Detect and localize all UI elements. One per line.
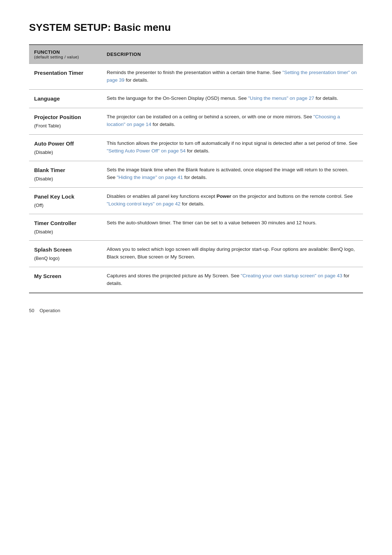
- description-cell: Allows you to select which logo screen w…: [102, 241, 363, 267]
- description-cell: This function allows the projector to tu…: [102, 135, 363, 161]
- function-name: Presentation Timer: [34, 69, 97, 77]
- description-cell: Disables or enables all panel key functi…: [102, 188, 363, 214]
- description-link[interactable]: "Hiding the image" on page 41: [117, 175, 183, 180]
- description-link[interactable]: "Setting the presentation timer" on page…: [107, 70, 357, 83]
- function-name: Splash Screen: [34, 246, 97, 254]
- function-label: FUNCTION: [34, 49, 97, 55]
- function-default: (Off): [34, 202, 97, 209]
- table-row: Panel Key Lock(Off)Disables or enables a…: [29, 188, 363, 214]
- function-default: (Front Table): [34, 122, 97, 130]
- description-column-header: DESCRIPTION: [102, 45, 363, 64]
- function-name: My Screen: [34, 272, 97, 281]
- function-default: (BenQ logo): [34, 255, 97, 262]
- description-link[interactable]: "Using the menus" on page 27: [248, 95, 314, 101]
- description-link[interactable]: "Setting Auto Power Off" on page 54: [107, 148, 185, 154]
- function-cell: My Screen: [29, 267, 102, 293]
- function-cell: Auto Power Off(Disable): [29, 135, 102, 161]
- function-cell: Presentation Timer: [29, 64, 102, 90]
- description-link[interactable]: "Choosing a location" on page 14: [107, 114, 340, 127]
- function-cell: Splash Screen(BenQ logo): [29, 241, 102, 267]
- description-cell: The projector can be installed on a ceil…: [102, 108, 363, 135]
- description-link[interactable]: "Creating your own startup screen" on pa…: [241, 273, 342, 278]
- function-name: Projector Position: [34, 113, 97, 122]
- table-row: LanguageSets the language for the On-Scr…: [29, 89, 363, 108]
- page-number: 50: [29, 308, 34, 313]
- table-row: Blank Timer(Disable)Sets the image blank…: [29, 161, 363, 188]
- table-row: Auto Power Off(Disable)This function all…: [29, 135, 363, 161]
- function-column-header: FUNCTION (default setting / value): [29, 45, 102, 64]
- description-cell: Captures and stores the projected pictur…: [102, 267, 363, 293]
- function-default: (Disable): [34, 228, 97, 236]
- function-default: (Disable): [34, 149, 97, 156]
- system-setup-table: FUNCTION (default setting / value) DESCR…: [29, 44, 363, 293]
- table-row: Projector Position(Front Table)The proje…: [29, 108, 363, 135]
- function-cell: Blank Timer(Disable): [29, 161, 102, 188]
- description-cell: Sets the language for the On-Screen Disp…: [102, 89, 363, 108]
- description-cell: Sets the image blank time when the Blank…: [102, 161, 363, 188]
- table-row: Presentation TimerReminds the presenter …: [29, 64, 363, 90]
- function-name: Blank Timer: [34, 166, 97, 175]
- page-title: SYSTEM SETUP: Basic menu: [29, 22, 363, 33]
- function-name: Panel Key Lock: [34, 193, 97, 201]
- function-cell: Projector Position(Front Table): [29, 108, 102, 135]
- description-link[interactable]: "Locking control keys" on page 42: [107, 201, 180, 207]
- function-sublabel: (default setting / value): [34, 55, 97, 59]
- function-cell: Panel Key Lock(Off): [29, 188, 102, 214]
- function-default: (Disable): [34, 175, 97, 183]
- page-footer: 50 Operation: [29, 308, 363, 313]
- description-cell: Sets the auto-shutdown timer. The timer …: [102, 214, 363, 241]
- function-cell: Language: [29, 89, 102, 108]
- section-label: Operation: [40, 308, 60, 313]
- description-cell: Reminds the presenter to finish the pres…: [102, 64, 363, 90]
- table-row: My ScreenCaptures and stores the project…: [29, 267, 363, 293]
- function-name: Auto Power Off: [34, 140, 97, 148]
- function-name: Language: [34, 95, 97, 103]
- table-row: Timer Controller(Disable)Sets the auto-s…: [29, 214, 363, 241]
- table-row: Splash Screen(BenQ logo)Allows you to se…: [29, 241, 363, 267]
- function-name: Timer Controller: [34, 219, 97, 228]
- function-cell: Timer Controller(Disable): [29, 214, 102, 241]
